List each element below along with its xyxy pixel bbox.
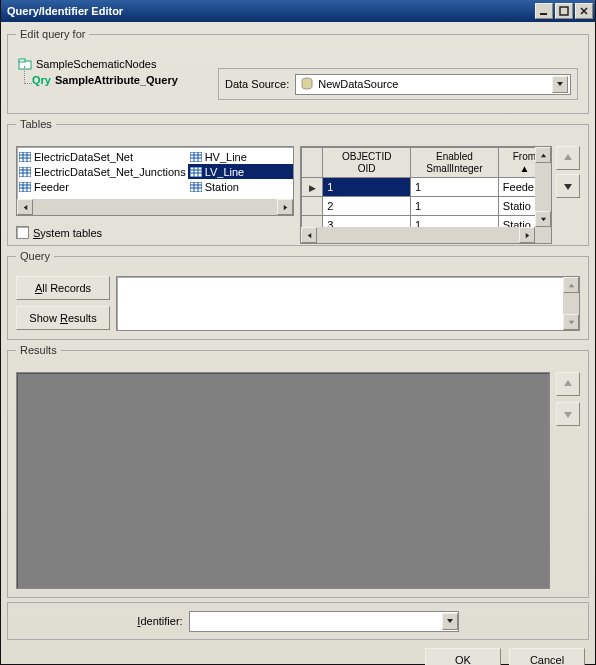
results-grid[interactable] [16,372,550,589]
move-down-button[interactable] [556,174,580,198]
grid-scroll-corner [535,227,551,243]
system-tables-checkbox[interactable] [16,226,29,239]
tables-legend: Tables [16,118,56,130]
tables-listbox[interactable]: ElectricDataSet_NetElectricDataSet_Net_J… [16,146,294,216]
edit-query-group: Edit query for SampleSchematicNodes Qry … [7,28,589,114]
show-results-button[interactable]: Show Results [16,306,110,330]
scroll-left-icon[interactable] [301,227,317,243]
results-move-down-button[interactable] [556,402,580,426]
grid-corner-header[interactable] [302,148,323,178]
table-icon [190,152,202,162]
table-list-item[interactable]: Feeder [17,179,188,194]
minimize-button[interactable] [535,3,553,19]
table-list-item[interactable]: HV_Line [188,149,294,164]
svg-rect-1 [560,7,568,15]
window-title: Query/Identifier Editor [7,5,533,17]
table-list-item[interactable]: LV_Line [188,164,294,179]
query-legend: Query [16,250,54,262]
grid-cell[interactable]: 1 [323,178,411,197]
data-source-row: Data Source: NewDataSource [218,68,578,100]
ok-button[interactable]: OK [425,648,501,665]
grid-vertical-scrollbar[interactable] [535,147,551,227]
tables-group: Tables ElectricDataSet_NetElectricDataSe… [7,118,589,246]
identifier-select[interactable] [189,611,459,632]
table-icon [190,182,202,192]
scroll-right-icon[interactable] [519,227,535,243]
results-move-up-button[interactable] [556,372,580,396]
grid-cell[interactable]: 2 [323,197,411,216]
database-icon [300,77,314,91]
identifier-row: Identifier: [7,602,589,640]
table-row[interactable]: 11Feede [302,178,551,197]
grid-cell[interactable]: 1 [411,197,499,216]
grid-cell[interactable]: 1 [411,178,499,197]
svg-rect-20 [190,152,202,162]
dialog-window: Query/Identifier Editor Edit query for [0,0,596,665]
close-button[interactable] [575,3,593,19]
table-list-item[interactable]: Station [188,179,294,194]
table-list-item[interactable]: ElectricDataSet_Net_Junctions [17,164,188,179]
dropdown-arrow-icon[interactable] [442,613,458,630]
svg-rect-25 [190,167,202,177]
results-group: Results [7,344,589,598]
data-source-select[interactable]: NewDataSource [295,74,571,95]
list-horizontal-scrollbar[interactable] [17,199,293,215]
identifier-label: Identifier: [137,615,182,627]
tree-root[interactable]: SampleSchematicNodes [18,56,208,72]
titlebar: Query/Identifier Editor [1,0,595,22]
row-header[interactable] [302,178,323,197]
move-up-button[interactable] [556,146,580,170]
query-tree[interactable]: SampleSchematicNodes Qry SampleAttribute… [18,56,208,88]
svg-rect-15 [19,182,31,192]
edit-query-legend: Edit query for [16,28,89,40]
scroll-up-icon[interactable] [535,147,551,163]
query-group: Query All Records Show Results [7,250,589,340]
svg-rect-0 [540,13,547,15]
table-list-item[interactable]: ElectricDataSet_Net [17,149,188,164]
table-icon [19,182,31,192]
tables-grid[interactable]: OBJECTIDOID EnabledSmallInteger From▲ 11… [300,146,552,244]
svg-rect-10 [19,167,31,177]
dropdown-arrow-icon[interactable] [552,76,568,93]
tree-child[interactable]: Qry SampleAttribute_Query [32,72,208,88]
table-icon [190,167,202,177]
table-icon [19,152,31,162]
scroll-up-icon[interactable] [563,277,579,293]
scroll-down-icon[interactable] [563,314,579,330]
query-textarea[interactable] [116,276,580,331]
scroll-left-icon[interactable] [17,199,33,215]
scroll-right-icon[interactable] [277,199,293,215]
grid-horizontal-scrollbar[interactable] [301,227,535,243]
svg-rect-30 [190,182,202,192]
row-header[interactable] [302,197,323,216]
results-legend: Results [16,344,61,356]
grid-header[interactable]: EnabledSmallInteger [411,148,499,178]
cancel-button[interactable]: Cancel [509,648,585,665]
table-icon [19,167,31,177]
scroll-down-icon[interactable] [535,211,551,227]
grid-header[interactable]: OBJECTIDOID [323,148,411,178]
table-row[interactable]: 21Statio [302,197,551,216]
svg-rect-3 [19,59,25,62]
data-source-label: Data Source: [225,78,289,90]
maximize-button[interactable] [555,3,573,19]
all-records-button[interactable]: All Records [16,276,110,300]
svg-rect-5 [19,152,31,162]
system-tables-label[interactable]: System tables [33,227,102,239]
textarea-scrollbar[interactable] [563,277,579,330]
query-prefix-icon: Qry [32,74,51,86]
